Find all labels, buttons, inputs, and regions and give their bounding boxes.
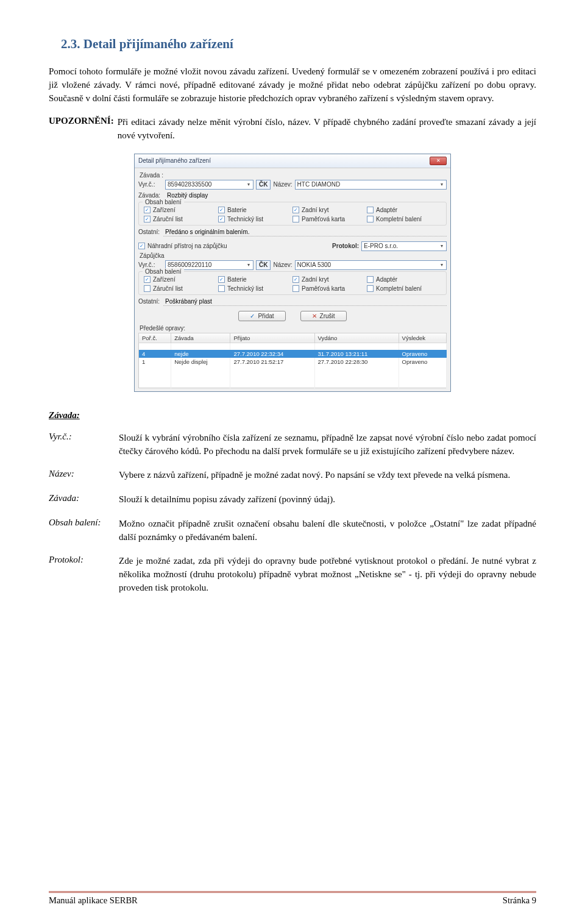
definition-term: Protokol:: [49, 555, 119, 594]
footer-left: Manuál aplikace SERBR: [49, 895, 138, 906]
warning-block: UPOZORNĚNÍ: Při editaci závady nelze měn…: [49, 116, 536, 143]
checkbox[interactable]: [292, 285, 299, 292]
zavada-input[interactable]: [165, 191, 447, 201]
ostatni2-input[interactable]: [163, 297, 447, 306]
chevron-down-icon[interactable]: ▾: [246, 261, 252, 269]
table-cell: 31.7.2010 13:21:11: [314, 350, 399, 358]
checkbox[interactable]: ✓: [292, 207, 299, 213]
checkbox-item: Záruční list: [144, 285, 218, 292]
checkbox[interactable]: [367, 207, 374, 213]
table-cell: 27.7.2010 22:28:30: [314, 358, 399, 366]
table-header[interactable]: Závada: [171, 333, 230, 343]
definition-description: Slouží k detailnímu popisu závady zaříze…: [119, 493, 536, 506]
checkbox-label: Záruční list: [153, 285, 183, 292]
checkbox[interactable]: [218, 285, 225, 292]
history-table[interactable]: Poř.č.ZávadaPřijatoVydánoVýsledek 4nejde…: [138, 333, 447, 388]
nazev2-label: Název:: [273, 261, 292, 268]
checkbox-item: Adaptér: [367, 276, 441, 283]
table-cell: 4: [139, 350, 171, 358]
protokol-value: E-PRO s.r.o.: [364, 243, 398, 249]
nazev-value: HTC DIAMOND: [297, 181, 341, 188]
ostatni-label: Ostatní:: [138, 229, 160, 235]
checkbox[interactable]: ✓: [144, 216, 151, 222]
table-header[interactable]: Přijato: [230, 333, 314, 343]
checkbox-label: Zařízení: [153, 207, 176, 213]
checkbox[interactable]: ✓: [144, 207, 151, 213]
section-heading: 2.3. Detail přijímaného zařízení: [61, 37, 536, 52]
predesle-label: Předešlé opravy:: [140, 325, 447, 332]
checkbox-label: Záruční list: [153, 216, 183, 222]
check-icon: ✓: [250, 313, 255, 319]
checkbox-item: ✓Zadní kryt: [292, 276, 367, 283]
checkbox-item: Paměťová karta: [292, 216, 367, 222]
obsah-baleni-group: Obsah balení ✓Zařízení✓Baterie✓Zadní kry…: [138, 202, 447, 226]
table-cell: Opraveno: [399, 358, 446, 366]
table-cell: 1: [139, 358, 171, 366]
history-table-wrap: Poř.č.ZávadaPřijatoVydánoVýsledek 4nejde…: [138, 333, 447, 388]
table-header[interactable]: Vydáno: [314, 333, 399, 343]
intro-paragraph: Pomocí tohoto formuláře je možné vložit …: [49, 65, 536, 105]
nazev2-input[interactable]: NOKIA 5300 ▾: [295, 260, 447, 270]
checkbox[interactable]: [367, 216, 374, 222]
zavada-section-label: Závada :: [140, 172, 447, 179]
vyrc-label: Vyr.č.:: [138, 181, 163, 188]
chevron-down-icon[interactable]: ▾: [439, 261, 445, 269]
definition-term: Závada:: [49, 493, 119, 506]
cancel-button[interactable]: ✕ Zrušit: [300, 311, 347, 321]
x-icon: ✕: [312, 313, 317, 319]
cancel-button-label: Zrušit: [320, 313, 335, 319]
checkbox-item: ✓Záruční list: [144, 216, 218, 222]
obsah-baleni2-title: Obsah balení: [143, 268, 184, 275]
checkbox[interactable]: ✓: [218, 216, 225, 222]
definition-description: Vybere z názvů zařízení, případně je mož…: [119, 469, 536, 482]
checkbox-label: Zařízení: [153, 276, 176, 283]
ck2-button[interactable]: ČK: [256, 260, 271, 270]
checkbox[interactable]: ✓: [218, 207, 225, 213]
table-cell: 27.7.2010 21:52:17: [230, 358, 314, 366]
definition-row: Vyr.č.:Slouží k vybrání výrobního čísla …: [49, 432, 536, 458]
table-row[interactable]: 4nejde27.7.2010 22:32:3431.7.2010 13:21:…: [139, 350, 447, 358]
nazev-input[interactable]: HTC DIAMOND ▾: [295, 180, 447, 190]
obsah-baleni-title: Obsah balení: [143, 199, 184, 205]
zapujcka-label: Zápůjčka: [140, 252, 447, 259]
checkbox-label: Paměťová karta: [302, 216, 345, 222]
table-header[interactable]: Poř.č.: [139, 333, 171, 343]
checkbox-item: ✓Zařízení: [144, 276, 218, 283]
chevron-down-icon[interactable]: ▾: [246, 181, 252, 188]
checkbox-label: Baterie: [227, 207, 247, 213]
checkbox[interactable]: [292, 216, 299, 222]
ck-button[interactable]: ČK: [256, 180, 271, 190]
protokol-select[interactable]: E-PRO s.r.o. ▾: [361, 241, 447, 251]
table-cell: nejde: [171, 350, 230, 358]
table-header[interactable]: Výsledek: [399, 333, 446, 343]
checkbox-item: ✓Zařízení: [144, 207, 218, 213]
nahradni-checkbox[interactable]: ✓: [138, 243, 145, 249]
vyrc-input[interactable]: 8594028335500 ▾: [165, 180, 254, 190]
definition-term: Obsah balení:: [49, 517, 119, 544]
checkbox[interactable]: [367, 285, 374, 292]
checkbox[interactable]: [144, 285, 151, 292]
ostatni-input[interactable]: [163, 228, 447, 236]
checkbox[interactable]: ✓: [292, 276, 299, 283]
add-button[interactable]: ✓ Přidat: [238, 311, 285, 321]
page-footer: Manuál aplikace SERBR Stránka 9: [49, 891, 536, 906]
close-icon[interactable]: ✕: [430, 157, 447, 165]
nazev-label: Název:: [273, 181, 292, 188]
vyrc-value: 8594028335500: [168, 181, 211, 188]
checkbox-item: Technický list: [218, 285, 292, 292]
checkbox[interactable]: [367, 276, 374, 283]
checkbox-label: Adaptér: [376, 207, 397, 213]
checkbox[interactable]: ✓: [218, 276, 225, 283]
definitions-section: Závada: Vyr.č.:Slouží k vybrání výrobníh…: [49, 410, 536, 595]
chevron-down-icon[interactable]: ▾: [439, 243, 445, 250]
nahradni-label: Náhradní přístroj na zápůjčku: [147, 243, 227, 249]
warning-text: Při editaci závady nelze měnit výrobní č…: [118, 116, 536, 143]
vyrc2-value: 8586009220110: [168, 261, 211, 268]
obsah-baleni2-group: Obsah balení ✓Zařízení✓Baterie✓Zadní kry…: [138, 271, 447, 295]
table-row[interactable]: 1Nejde displej27.7.2010 21:52:1727.7.201…: [139, 358, 447, 366]
checkbox-label: Paměťová karta: [302, 285, 345, 292]
table-cell: Nejde displej: [171, 358, 230, 366]
definition-row: Název:Vybere z názvů zařízení, případně …: [49, 469, 536, 482]
chevron-down-icon[interactable]: ▾: [439, 181, 445, 188]
checkbox[interactable]: ✓: [144, 276, 151, 283]
